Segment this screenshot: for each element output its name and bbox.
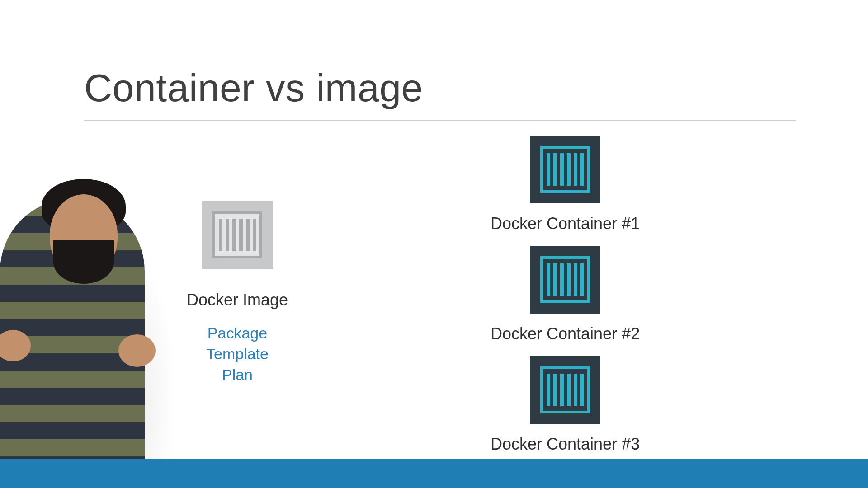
- slide-title: Container vs image: [84, 66, 796, 121]
- docker-container-icon-inner: [540, 146, 590, 193]
- containers-column: Docker Container #1 Docker Container #2 …: [491, 136, 640, 454]
- keyword-plan: Plan: [185, 365, 289, 385]
- docker-image-icon-inner: [212, 211, 262, 258]
- presenter-body: [0, 199, 145, 488]
- docker-container-icon: [530, 246, 600, 314]
- docker-container-icon: [530, 356, 600, 424]
- docker-image-icon: [202, 201, 273, 269]
- docker-image-keywords: Package Template Plan: [185, 323, 289, 385]
- container-unit-1: Docker Container #1: [491, 136, 640, 246]
- docker-container-icon-inner: [540, 256, 590, 303]
- docker-image-label: Docker Image: [185, 291, 289, 310]
- docker-container-icon-inner: [540, 366, 590, 413]
- container-unit-2: Docker Container #2: [491, 246, 640, 356]
- presenter-left-hand: [0, 330, 31, 361]
- docker-image-block: Docker Image Package Template Plan: [185, 201, 289, 385]
- container-label-2: Docker Container #2: [491, 324, 640, 343]
- presenter-beard: [53, 240, 114, 284]
- keyword-package: Package: [185, 323, 289, 344]
- slide: Container vs image Docker Image Package …: [0, 0, 868, 488]
- docker-container-icon: [530, 136, 600, 203]
- container-unit-3: Docker Container #3: [491, 356, 640, 454]
- title-area: Container vs image: [84, 66, 796, 121]
- keyword-template: Template: [185, 344, 289, 365]
- footer-bar: [0, 459, 868, 488]
- container-label-3: Docker Container #3: [491, 435, 640, 454]
- container-label-1: Docker Container #1: [491, 214, 640, 233]
- presenter-figure: [0, 190, 163, 488]
- presenter-right-hand: [118, 334, 156, 367]
